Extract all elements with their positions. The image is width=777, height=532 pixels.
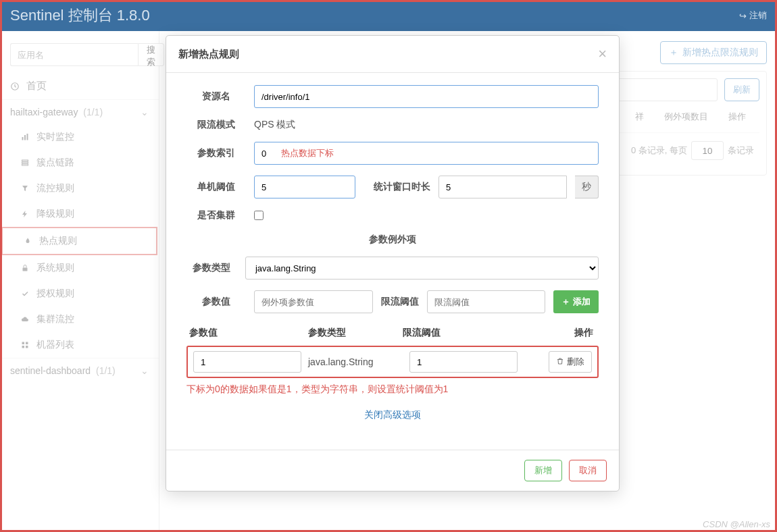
trash-icon bbox=[556, 357, 564, 367]
cancel-button[interactable]: 取消 bbox=[569, 460, 607, 481]
add-hotspot-modal: 新增热点规则 × 资源名 限流模式 QPS 模式 参数索引 热点数据下标 单机阈… bbox=[166, 35, 620, 491]
flow-threshold-input[interactable] bbox=[427, 290, 546, 313]
close-advanced-link[interactable]: 关闭高级选项 bbox=[364, 409, 421, 420]
param-value-input[interactable] bbox=[254, 290, 373, 313]
cluster-checkbox[interactable] bbox=[254, 211, 264, 220]
param-type-label: 参数类型 bbox=[186, 262, 237, 274]
plus-icon: ＋ bbox=[561, 296, 570, 308]
exception-table-header: 参数值 参数类型 限流阈值 操作 bbox=[186, 324, 599, 346]
row-param-type: java.lang.String bbox=[308, 356, 403, 367]
exception-row: java.lang.String 删除 bbox=[186, 346, 599, 378]
mode-value: QPS 模式 bbox=[254, 119, 295, 131]
logout-link[interactable]: ↪ 注销 bbox=[739, 9, 767, 22]
add-exception-button[interactable]: ＋添加 bbox=[553, 290, 599, 313]
param-value-label: 参数值 bbox=[186, 296, 246, 308]
flow-threshold-label: 限流阈值 bbox=[381, 296, 419, 308]
window-label: 统计窗口时长 bbox=[374, 181, 430, 193]
watermark: CSDN @Allen-xs bbox=[703, 519, 770, 529]
app-title: Sentinel 控制台 1.8.0 bbox=[10, 5, 150, 26]
mode-label: 限流模式 bbox=[186, 119, 246, 131]
resource-input[interactable] bbox=[254, 85, 599, 108]
resource-label: 资源名 bbox=[186, 90, 246, 103]
modal-title: 新增热点规则 bbox=[178, 48, 239, 61]
param-type-select[interactable]: java.lang.String bbox=[245, 257, 599, 280]
row-param-value-input[interactable] bbox=[193, 351, 301, 373]
row-annotation: 下标为0的数据如果值是1，类型为字符串，则设置统计阈值为1 bbox=[186, 383, 599, 396]
threshold-label: 单机阈值 bbox=[186, 181, 246, 193]
param-index-annotation: 热点数据下标 bbox=[281, 147, 334, 159]
param-index-label: 参数索引 bbox=[186, 147, 246, 159]
confirm-button[interactable]: 新增 bbox=[524, 460, 562, 481]
close-icon[interactable]: × bbox=[598, 45, 607, 63]
app-header: Sentinel 控制台 1.8.0 ↪ 注销 bbox=[0, 0, 777, 31]
window-unit: 秒 bbox=[575, 176, 599, 198]
window-input[interactable] bbox=[438, 176, 567, 198]
delete-row-button[interactable]: 删除 bbox=[549, 351, 592, 373]
logout-icon: ↪ bbox=[739, 11, 747, 21]
threshold-input[interactable] bbox=[254, 176, 355, 198]
row-threshold-input[interactable] bbox=[409, 351, 518, 373]
exception-section-title: 参数例外项 bbox=[186, 234, 599, 246]
cluster-label: 是否集群 bbox=[186, 209, 246, 221]
